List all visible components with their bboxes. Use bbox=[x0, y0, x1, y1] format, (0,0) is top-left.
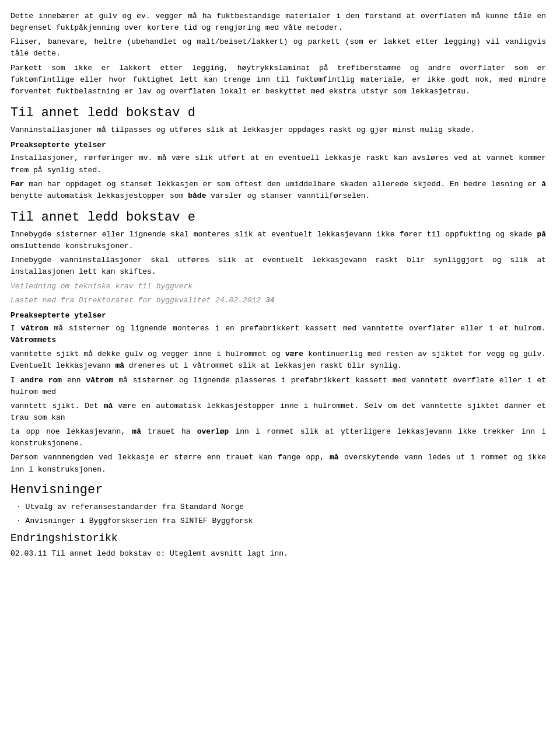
paragraph-14: Dersom vannmengden ved lekkasje er størr… bbox=[10, 452, 546, 475]
source-title: Veiledning om tekniske krav til byggverk bbox=[10, 281, 546, 292]
bold-for: Før bbox=[10, 180, 24, 189]
paragraph-9: I våtrom må sisterner og lignende monter… bbox=[10, 323, 546, 346]
paragraph-12: vanntett sjikt. Det må være en automatis… bbox=[10, 400, 546, 424]
paragraph-4: Vanninstallasjoner må tilpasses og utfør… bbox=[10, 124, 546, 136]
heading-preaksepterte-2: Preaksepterte ytelser bbox=[10, 310, 546, 322]
source-downloaded: Lastet ned fra Direktoratet for byggkval… bbox=[10, 295, 546, 306]
heading-preaksepterte-1: Preaksepterte ytelser bbox=[10, 139, 546, 151]
bold-overlop: overløp bbox=[197, 427, 229, 436]
bold-ma: må bbox=[115, 361, 124, 370]
bold-bade: både bbox=[188, 191, 206, 200]
paragraph-11: I andre rom enn våtrom må sisterner og l… bbox=[10, 375, 546, 398]
ref-2: · Anvisninger i Byggforskserien fra SINT… bbox=[16, 515, 546, 527]
bold-a: å bbox=[541, 180, 546, 189]
paragraph-10: vanntette sjikt må dekke gulv og vegger … bbox=[10, 348, 546, 372]
paragraph-6: Før man har oppdaget og stanset lekkasje… bbox=[10, 179, 546, 202]
bold-vatrom-2: våtrom bbox=[86, 376, 113, 385]
main-content: Dette innebærer at gulv og ev. vegger må… bbox=[10, 11, 546, 560]
bold-vaere: være bbox=[285, 350, 303, 358]
paragraph-5: Installasjoner, rørføringer mv. må være … bbox=[10, 152, 546, 176]
paragraph-2: Fliser, banevare, heltre (ubehandlet og … bbox=[10, 36, 546, 60]
paragraph-1: Dette innebærer at gulv og ev. vegger må… bbox=[10, 11, 546, 34]
bold-andre-rom: andre rom bbox=[20, 376, 62, 385]
paragraph-8: Innebygde vanninstallasjoner skal utføre… bbox=[10, 254, 546, 278]
heading-ledd-d: Til annet ledd bokstav d bbox=[10, 103, 546, 123]
bold-ma-2: må bbox=[104, 402, 113, 410]
paragraph-3: Parkett som ikke er lakkert etter leggin… bbox=[10, 62, 546, 97]
heading-ledd-e: Til annet ledd bokstav e bbox=[10, 208, 546, 228]
ref-1: · Utvalg av referansestandarder fra Stan… bbox=[16, 501, 546, 513]
page-number-34: 34 bbox=[265, 296, 275, 305]
bold-vatrommets: Våtrommets bbox=[10, 336, 56, 344]
paragraph-7: Innebygde sisterner eller lignende skal … bbox=[10, 229, 546, 252]
bold-ma-3: må bbox=[132, 427, 141, 436]
heading-endringshistorikk: Endringshistorikk bbox=[10, 531, 546, 547]
bold-ma-4: må bbox=[330, 453, 339, 462]
bold-vatrom: våtrom bbox=[21, 324, 48, 333]
heading-henvisninger: Henvisninger bbox=[10, 480, 546, 500]
paragraph-endringshistorikk: 02.03.11 Til annet ledd bokstav c: Utegl… bbox=[10, 548, 546, 560]
paragraph-13: ta opp noe lekkasjevann, må trauet ha ov… bbox=[10, 426, 546, 449]
bold-pa: på bbox=[537, 230, 546, 239]
